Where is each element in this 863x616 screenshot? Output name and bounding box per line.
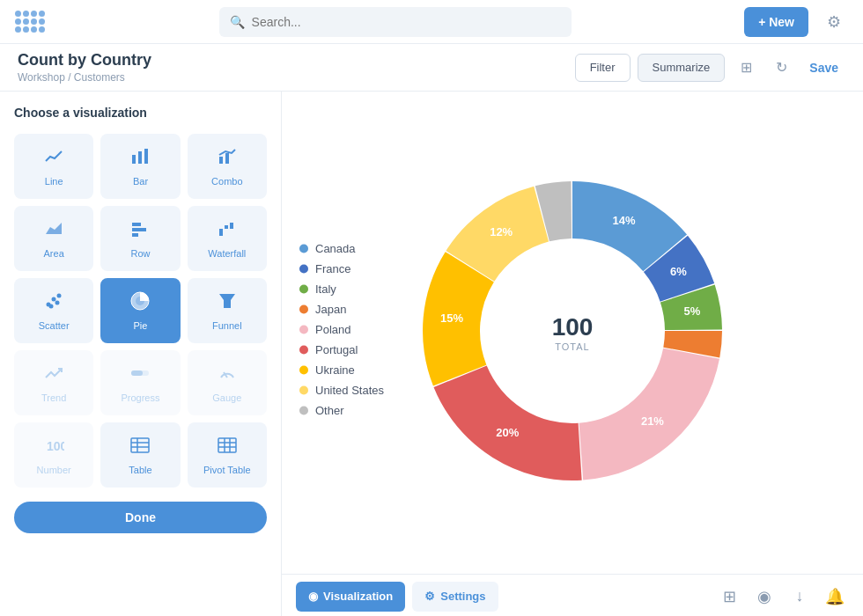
search-input[interactable] bbox=[252, 15, 561, 29]
viz-item-funnel[interactable]: Funnel bbox=[188, 278, 267, 343]
legend-item-united-states: United States bbox=[299, 384, 384, 397]
segment-portugal[interactable] bbox=[433, 366, 581, 480]
download-icon: ↓ bbox=[796, 587, 804, 605]
done-button[interactable]: Done bbox=[14, 502, 267, 533]
waterfall-label: Waterfall bbox=[208, 248, 246, 259]
settings-tab-label: Settings bbox=[440, 590, 485, 603]
save-button[interactable]: Save bbox=[802, 61, 845, 75]
table-icon bbox=[129, 435, 151, 461]
filter-button[interactable]: Filter bbox=[575, 54, 631, 82]
svg-rect-0 bbox=[132, 155, 136, 164]
svg-rect-21 bbox=[131, 370, 143, 376]
row-label: Row bbox=[130, 248, 150, 259]
trend-label: Trend bbox=[41, 392, 66, 403]
alert-button[interactable]: 🔔 bbox=[821, 583, 849, 611]
new-button[interactable]: + New bbox=[744, 7, 808, 37]
bell-icon: 🔔 bbox=[825, 587, 845, 606]
viz-item-row[interactable]: Row bbox=[100, 206, 180, 271]
table-label: Table bbox=[129, 465, 151, 475]
segment-label-1: 6% bbox=[670, 265, 687, 278]
viz-item-waterfall[interactable]: Waterfall bbox=[188, 206, 267, 271]
svg-point-13 bbox=[52, 297, 56, 302]
search-bar[interactable]: 🔍 bbox=[219, 7, 572, 37]
bar-icon bbox=[129, 146, 151, 172]
area-label: Area bbox=[44, 248, 64, 259]
svg-rect-7 bbox=[132, 228, 146, 231]
donut-total: 100 bbox=[552, 313, 594, 341]
sidebar-title: Choose a visualization bbox=[14, 106, 267, 120]
viz-item-pivot-table[interactable]: Pivot Table bbox=[188, 422, 267, 488]
visualization-tab[interactable]: ◉ Visualization bbox=[296, 582, 405, 612]
svg-rect-4 bbox=[225, 153, 229, 164]
pie-label: Pie bbox=[134, 320, 148, 331]
content-area: Canada France Italy Japan Poland Portuga… bbox=[282, 92, 863, 616]
legend-dot bbox=[299, 264, 308, 273]
viz-item-gauge: Gauge bbox=[188, 350, 267, 415]
bottom-actions: ⊞ ◉ ↓ 🔔 bbox=[715, 583, 849, 611]
area-icon bbox=[43, 218, 64, 245]
donut-label: TOTAL bbox=[552, 341, 594, 352]
viz-item-scatter[interactable]: Scatter bbox=[14, 278, 93, 343]
columns-icon-button[interactable]: ⊞ bbox=[732, 54, 760, 82]
legend-label: Italy bbox=[315, 282, 336, 296]
svg-marker-19 bbox=[219, 294, 235, 308]
segment-label-2: 5% bbox=[683, 304, 700, 318]
segment-label-7: 12% bbox=[490, 225, 513, 238]
svg-rect-3 bbox=[219, 157, 223, 164]
legend-label: United States bbox=[315, 384, 384, 397]
legend-dot bbox=[299, 325, 308, 334]
chart-view-button[interactable]: ◉ bbox=[750, 583, 778, 611]
search-icon: 🔍 bbox=[230, 15, 245, 29]
viz-item-combo[interactable]: Combo bbox=[188, 134, 267, 199]
pivot-table-icon bbox=[217, 435, 238, 461]
gauge-label: Gauge bbox=[212, 392, 241, 403]
gear-icon: ⚙ bbox=[827, 12, 841, 32]
svg-point-16 bbox=[55, 301, 60, 305]
legend-label: Japan bbox=[315, 303, 346, 316]
viz-item-line[interactable]: Line bbox=[14, 134, 93, 199]
scatter-icon bbox=[43, 290, 64, 317]
progress-label: Progress bbox=[121, 392, 159, 403]
bottom-tabs: ◉ Visualization ⚙ Settings bbox=[296, 582, 498, 612]
svg-point-14 bbox=[57, 294, 62, 298]
legend-item-portugal: Portugal bbox=[299, 343, 384, 356]
viz-item-table[interactable]: Table bbox=[100, 422, 180, 488]
segment-label-4: 21% bbox=[641, 414, 664, 428]
gear-button[interactable]: ⚙ bbox=[819, 7, 849, 37]
svg-rect-24 bbox=[131, 438, 149, 452]
legend-item-france: France bbox=[299, 262, 384, 275]
svg-point-15 bbox=[49, 304, 54, 309]
viz-item-bar[interactable]: Bar bbox=[100, 134, 180, 199]
legend-label: Poland bbox=[315, 323, 350, 336]
settings-tab[interactable]: ⚙ Settings bbox=[412, 582, 498, 612]
table-icon: ⊞ bbox=[723, 587, 736, 606]
legend-item-poland: Poland bbox=[299, 323, 384, 336]
viz-item-area[interactable]: Area bbox=[14, 206, 93, 271]
app-logo bbox=[14, 6, 46, 38]
bottom-bar: ◉ Visualization ⚙ Settings ⊞ ◉ ↓ bbox=[282, 574, 863, 616]
combo-label: Combo bbox=[211, 176, 242, 187]
pie-icon bbox=[129, 290, 151, 317]
donut-center: 100 TOTAL bbox=[552, 313, 594, 352]
viz-item-pie[interactable]: Pie bbox=[100, 278, 180, 343]
viz-tab-label: Visualization bbox=[323, 590, 393, 603]
legend-item-other: Other bbox=[299, 404, 384, 417]
refresh-button[interactable]: ↻ bbox=[767, 54, 795, 82]
visualization-grid: LineBarComboAreaRowWaterfallScatterPieFu… bbox=[14, 134, 267, 488]
gauge-icon bbox=[217, 363, 238, 389]
table-view-button[interactable]: ⊞ bbox=[715, 583, 743, 611]
header: 🔍 + New ⚙ bbox=[0, 0, 863, 44]
legend-dot bbox=[299, 385, 308, 394]
summarize-button[interactable]: Summarize bbox=[638, 54, 726, 82]
svg-rect-10 bbox=[225, 225, 228, 229]
donut-chart: 14%6%5%21%20%15%12% 100 TOTAL bbox=[405, 164, 740, 502]
svg-rect-6 bbox=[132, 223, 141, 226]
download-button[interactable]: ↓ bbox=[786, 583, 814, 611]
svg-text:100: 100 bbox=[47, 439, 64, 453]
line-icon bbox=[43, 146, 64, 172]
legend-dot bbox=[299, 304, 308, 313]
viz-tab-icon: ◉ bbox=[308, 590, 318, 603]
segment-label-6: 15% bbox=[440, 312, 463, 325]
sidebar: Choose a visualization LineBarComboAreaR… bbox=[0, 92, 282, 616]
legend-dot bbox=[299, 284, 308, 293]
